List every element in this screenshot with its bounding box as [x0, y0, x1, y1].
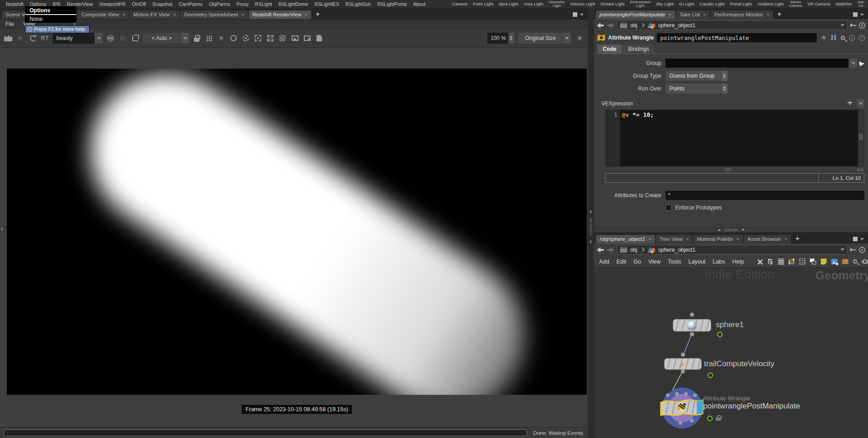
- breadcrumb-node[interactable]: sphere_object1: [658, 247, 695, 253]
- forward-arrow-icon[interactable]: [607, 247, 614, 253]
- shelf-sky-light[interactable]: Sky Light: [653, 2, 676, 6]
- dropdown-arrow-icon[interactable]: [181, 33, 189, 44]
- shelf-area-light[interactable]: Area Light: [521, 2, 546, 6]
- menu-tools[interactable]: Tools: [668, 259, 681, 265]
- tab-tree-view[interactable]: Tree View×: [656, 235, 693, 244]
- search-icon[interactable]: [841, 36, 845, 40]
- splitter-grip[interactable]: [724, 229, 738, 232]
- node-sphere1[interactable]: [673, 319, 711, 332]
- crop-icon[interactable]: [130, 33, 139, 44]
- hierarchy-icon[interactable]: [768, 259, 774, 264]
- zoom-percent-stepper[interactable]: 100 %: [487, 33, 514, 44]
- forward-arrow-icon[interactable]: [607, 22, 614, 29]
- network-canvas[interactable]: Indie Edition Geometry sphere1 trailComp…: [594, 268, 868, 438]
- menu-proxy[interactable]: Proxy: [233, 1, 252, 7]
- breadcrumb-node[interactable]: sphere_object1: [658, 22, 695, 29]
- tab-asset-browser[interactable]: Asset Browser×: [744, 235, 791, 244]
- node-input-connector[interactable]: [684, 392, 688, 396]
- search-icon[interactable]: [853, 259, 857, 264]
- expand-editor-icon[interactable]: [847, 101, 853, 106]
- menu-go[interactable]: Go: [634, 259, 641, 265]
- node-pointwrangle[interactable]: [659, 397, 705, 418]
- pattern-region-icon[interactable]: [266, 33, 275, 44]
- menu-snapshot[interactable]: Snapshot: [149, 1, 175, 7]
- tab-bindings[interactable]: Bindings: [623, 45, 655, 54]
- menu-onoff[interactable]: On/Off: [129, 1, 149, 7]
- dropdown-arrow-icon[interactable]: [95, 33, 103, 44]
- snowflake-icon[interactable]: ✳: [217, 33, 226, 44]
- subnet-view-icon[interactable]: [810, 259, 816, 264]
- stepper-arrows-icon[interactable]: [508, 33, 514, 44]
- shelf-ambient-light[interactable]: Ambient Light: [754, 2, 786, 6]
- close-icon[interactable]: ×: [703, 12, 706, 17]
- node-input-connector[interactable]: [666, 393, 670, 397]
- vertical-pane-splitter[interactable]: [588, 8, 594, 438]
- tab-motion-fx-view[interactable]: Motion FX View×: [130, 10, 180, 19]
- help-icon[interactable]: ?: [859, 35, 865, 41]
- menu-rslightsun[interactable]: RSLightSun: [342, 1, 374, 7]
- add-tab-button[interactable]: +: [774, 10, 786, 19]
- pane-maximize-icon[interactable]: [573, 12, 577, 17]
- rgb-channels-icon[interactable]: RGB: [106, 33, 115, 44]
- tab-redshift-renderview[interactable]: Redshift RenderView×: [249, 10, 311, 19]
- close-icon[interactable]: ×: [766, 12, 769, 17]
- display-flag-badge[interactable]: [717, 332, 723, 337]
- node-input-connector[interactable]: [681, 353, 685, 357]
- breadcrumb-path[interactable]: obj sphere_object1: [617, 20, 848, 30]
- shelf-spot-light[interactable]: Spot Light: [496, 2, 521, 6]
- render-pass-dropdown[interactable]: beauty: [53, 33, 103, 44]
- editor-horizontal-scrollbar[interactable]: [605, 167, 864, 173]
- scroll-grip[interactable]: [724, 168, 732, 172]
- add-tab-button[interactable]: +: [791, 234, 804, 244]
- shelf-stereo-camera[interactable]: StereoCamera: [786, 0, 804, 8]
- breadcrumb-root[interactable]: obj: [630, 247, 637, 253]
- group-dropdown-icon[interactable]: [849, 59, 857, 68]
- options-menu-item-none[interactable]: None: [25, 15, 76, 23]
- scroll-left-icon[interactable]: [857, 168, 859, 172]
- pane-maximize-icon[interactable]: [853, 12, 858, 17]
- tools-icon[interactable]: [757, 259, 763, 265]
- play-icon[interactable]: [16, 33, 25, 44]
- shelf-environment-light[interactable]: EnvironmentLight: [627, 0, 653, 8]
- menu-redshift[interactable]: Redshift: [3, 1, 27, 7]
- menu-camparms[interactable]: CamParms: [176, 1, 206, 7]
- node-trailcomputevelocity[interactable]: [664, 358, 702, 370]
- stripes-icon[interactable]: [278, 33, 287, 44]
- shelf-gi-light[interactable]: GI Light: [676, 2, 697, 6]
- pane-maximize-icon[interactable]: [853, 237, 858, 241]
- breadcrumb-path[interactable]: obj sphere_object1: [617, 245, 848, 254]
- scroll-grip[interactable]: [859, 134, 863, 140]
- node-output-connector[interactable]: [679, 421, 682, 425]
- node-output-connector[interactable]: [690, 419, 694, 423]
- image-icon[interactable]: [290, 33, 299, 44]
- back-arrow-icon[interactable]: [597, 22, 604, 29]
- menu-rslighties[interactable]: RSLightIES: [311, 1, 342, 7]
- node-input-connector[interactable]: [693, 393, 697, 397]
- zoom-auto-dropdown[interactable]: < Auto >: [143, 33, 189, 44]
- breadcrumb-root[interactable]: obj: [630, 22, 637, 29]
- radial-menu-icon[interactable]: [859, 22, 865, 29]
- tab-geometry-spreadsheet[interactable]: Geometry Spreadsheet×: [180, 10, 248, 19]
- image-add-icon[interactable]: [303, 33, 312, 44]
- node-output-connector[interactable]: [681, 369, 685, 373]
- attribwrangle-icon[interactable]: [597, 35, 605, 41]
- splitter-arrow-right-icon[interactable]: [590, 240, 592, 244]
- pane-collapse-arrow-icon[interactable]: [0, 227, 3, 231]
- shelf-caustic-light[interactable]: Caustic Light: [697, 2, 727, 6]
- menu-rslight[interactable]: RSLight: [252, 1, 275, 7]
- houdini-help-icon[interactable]: H: [831, 34, 837, 41]
- grid-icon[interactable]: [204, 33, 213, 44]
- splitter-arrow-down-icon[interactable]: [742, 229, 744, 231]
- pin-icon[interactable]: [850, 22, 856, 28]
- menu-labs[interactable]: Labs: [713, 259, 725, 265]
- dither-icon[interactable]: [118, 33, 127, 44]
- tab-take-list[interactable]: Take List×: [676, 10, 710, 19]
- tab-composite-view[interactable]: Composite View×: [78, 10, 129, 19]
- code-text[interactable]: @v *= 10;: [620, 110, 858, 166]
- sticky-note-icon[interactable]: [821, 259, 827, 264]
- shelf-point-light[interactable]: Point Light: [470, 2, 496, 6]
- rt-toggle[interactable]: RT: [40, 33, 50, 44]
- close-icon[interactable]: ×: [668, 12, 671, 17]
- node-output-connector[interactable]: [690, 332, 694, 336]
- settings-gear-icon[interactable]: ✳: [575, 33, 584, 44]
